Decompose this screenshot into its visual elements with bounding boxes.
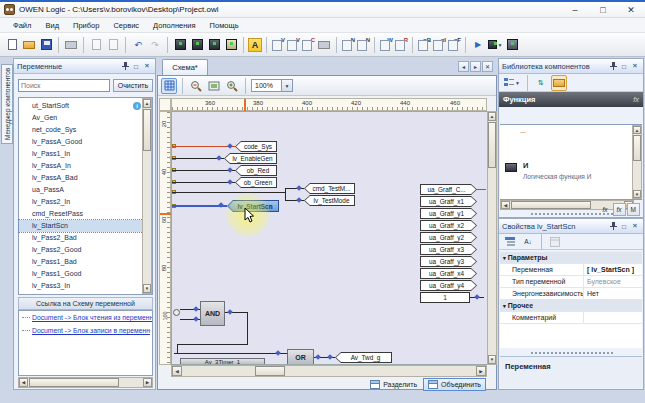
panel-close-icon[interactable]: ✕ [630,221,640,231]
maximize-button[interactable]: □ [589,3,617,17]
property-value[interactable]: Нет [584,288,642,299]
zoom-fit-button[interactable] [206,78,222,94]
output-tag[interactable]: ua_Graff_y4 [420,280,477,291]
library-scrollbar[interactable]: ▲ ▼ [632,125,642,199]
scroll-thumb[interactable] [633,135,641,161]
menu-help[interactable]: Помощь [203,19,246,32]
convert-float-button[interactable]: xF [447,37,461,52]
variables-search-input[interactable] [18,79,110,92]
schema-canvas[interactable]: code_Sys lv_EnableGen ob_Red ob_Green cm… [171,111,487,365]
output-var-tag[interactable]: lv_TestMode [304,195,355,206]
panel-splitter[interactable] [529,350,615,355]
tab-scroll-right-icon[interactable]: ▸ [470,61,481,72]
property-row[interactable]: Тип переменнойБулевское [500,276,642,288]
input-tag[interactable]: ob_Green [235,177,277,188]
paste-button[interactable] [105,37,121,53]
grid-toggle-button[interactable] [161,78,177,94]
scroll-thumb[interactable] [29,378,119,387]
property-pages-button[interactable] [547,234,563,250]
scroll-right-icon[interactable]: ▶ [476,366,486,376]
panel-maximize-icon[interactable]: □ [131,61,141,71]
panel-maximize-icon[interactable]: □ [619,61,629,71]
grid-window-button[interactable] [504,37,520,53]
tab-functions[interactable]: fx [599,203,612,216]
pin-icon[interactable] [608,221,618,231]
variable-list-item[interactable]: ua_PassA [19,184,143,196]
output-var-tag[interactable]: Av_Twd_g [335,352,392,363]
variable-list-item[interactable]: lv_Pass2_Good [19,244,143,256]
device-params-button[interactable] [172,37,188,53]
input-tag[interactable]: ob_Red [235,165,277,176]
text-format-button[interactable]: A [248,38,262,52]
upload-dropdown-button[interactable]: ▼ [487,37,503,53]
scroll-left-icon[interactable]: ◀ [501,201,510,209]
function-group-header[interactable]: Функция fx [499,92,643,107]
menu-service[interactable]: Сервис [106,19,146,32]
tab-function-blocks[interactable]: fx [613,203,626,216]
property-row[interactable]: Комментарий [500,312,642,324]
output-tag[interactable]: ua_Graff_C... [420,184,477,195]
device-memory-button[interactable] [223,37,239,53]
tab-macros[interactable]: M [627,203,640,216]
variable-link-item[interactable]: Document -> Блок чтения из переменн [19,311,152,324]
variable-link-item[interactable]: Document -> Блок записи в переменн [19,324,152,337]
stamp-button[interactable] [316,37,332,53]
variable-list-item[interactable]: lv_Pass1_In [19,148,143,160]
scroll-thumb[interactable] [255,366,285,376]
property-row[interactable]: Переменная[ lv_StartScn ] [500,264,642,276]
variable-list-item[interactable]: lv_Pass2_In [19,196,143,208]
insert-constant-button[interactable]: C [301,37,315,52]
variable-list-item-selected[interactable]: lv_StartScn [19,220,143,232]
scroll-up-icon[interactable]: ▲ [143,99,151,108]
output-tag[interactable]: ua_Graff_y2 [420,232,477,243]
variable-list-item[interactable]: cmd_ResetPass [19,208,143,220]
variable-list-item[interactable]: net_code_Sys [19,124,143,136]
browse-folder-button[interactable] [551,75,567,91]
clear-search-button[interactable]: Очистить [113,79,153,92]
save-button[interactable] [38,37,54,53]
pin-icon[interactable] [120,61,130,71]
convert-bool-button[interactable]: xB [417,37,431,52]
variable-list-item[interactable]: lv_PassA_In [19,160,143,172]
scroll-left-icon[interactable]: ◀ [172,366,182,376]
canvas-vscrollbar[interactable]: ▲ ▼ [487,111,497,365]
property-row[interactable]: ЭнергонезависимостьНет [500,288,642,300]
zoom-in-button[interactable] [224,78,240,94]
property-category[interactable]: ▾Прочее [500,300,642,312]
scroll-right-icon[interactable]: ▶ [143,378,152,387]
canvas-hscrollbar[interactable]: ◀ ▶ [171,365,487,377]
pin-icon[interactable] [608,61,618,71]
scroll-left-icon[interactable]: ◀ [19,378,28,387]
variable-list-item[interactable]: lv_Pass3_In [19,280,143,292]
property-category[interactable]: ▾Параметры [500,252,642,264]
convert-int-button[interactable]: xI [432,37,446,52]
output-tag[interactable]: ua_Graff_y1 [420,208,477,219]
undo-button[interactable]: ↶ [130,37,146,53]
scroll-down-icon[interactable]: ▼ [488,355,496,364]
zoom-out-button[interactable] [188,78,204,94]
panel-close-icon[interactable]: ✕ [142,61,152,71]
redo-button[interactable]: ↷ [147,37,163,53]
variable-list-item[interactable]: lv_PassA_Good [19,136,143,148]
run-simulation-button[interactable]: ▶ [470,37,486,53]
zoom-level-combo[interactable]: 100% ▼ [251,79,293,92]
variable-list-item[interactable]: lv_Pass1_Bad [19,256,143,268]
panel-close-icon[interactable]: ✕ [630,61,640,71]
device-monitor-button[interactable] [189,37,205,53]
schema-tab[interactable]: Схема* [162,59,208,75]
property-value[interactable] [584,312,642,323]
sidebar-tab-component-manager[interactable]: Менеджер компонентов [1,64,13,144]
output-tag[interactable]: ua_Graff_y3 [420,256,477,267]
alphabetical-sort-button[interactable]: А↓ [520,234,536,250]
constant-block[interactable]: 1 [420,292,470,303]
and-block[interactable]: AND [200,301,225,326]
read-block-button[interactable]: R [394,37,408,52]
scroll-up-icon[interactable]: ▲ [488,112,496,121]
output-var-tag[interactable]: cmd_TestM... [304,183,355,194]
network-input-button[interactable]: N [341,37,355,52]
output-tag[interactable]: ua_Graff_x4 [420,268,477,279]
input-tag[interactable]: lv_EnableGen [224,153,277,164]
variable-list-item[interactable]: lv_Pass1_Good [19,268,143,280]
view-mode-button[interactable]: ▼ [502,75,522,91]
output-tag[interactable]: ua_Graff_x1 [420,196,477,207]
